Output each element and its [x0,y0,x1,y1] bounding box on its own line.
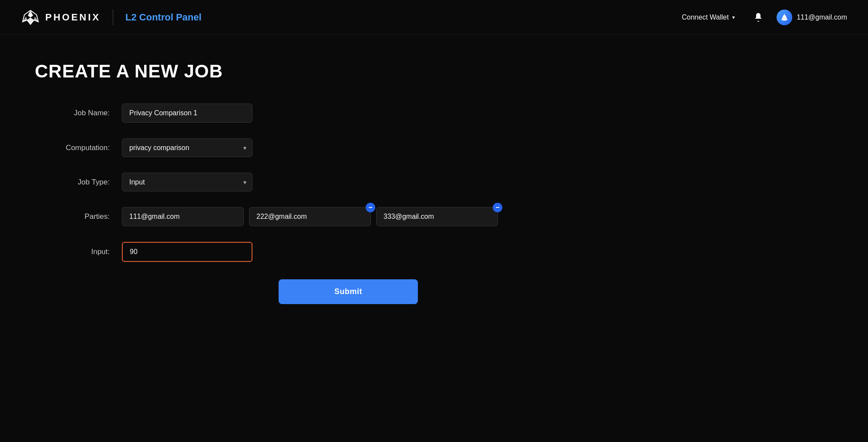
party3-input[interactable] [376,207,498,226]
logo-text: PHOENIX [45,12,101,23]
job-name-label: Job Name: [35,109,122,117]
party3-wrapper: − [376,207,498,226]
job-type-row: Job Type: Input ▾ [35,173,575,191]
connect-wallet-chevron-icon: ▾ [732,14,735,20]
avatar [777,10,792,25]
job-type-label: Job Type: [35,178,122,187]
main-content: CREATE A NEW JOB Job Name: Computation: … [0,35,609,330]
minus-icon: − [368,204,372,211]
job-name-input[interactable] [122,104,252,123]
computation-label: Computation: [35,144,122,152]
job-name-row: Job Name: [35,104,575,123]
parties-label: Parties: [35,212,122,221]
new-job-form: Job Name: Computation: privacy compariso… [35,104,575,262]
user-email: 111@gmail.com [797,13,847,21]
parties-inputs: − − [122,207,498,226]
party1-input[interactable] [122,207,244,226]
header: PHOENIX L2 Control Panel Connect Wallet … [0,0,868,35]
header-right: Connect Wallet ▾ 111@gmail.com [676,10,847,25]
connect-wallet-label: Connect Wallet [682,13,729,21]
user-info: 111@gmail.com [777,10,847,25]
page-heading: CREATE A NEW JOB [35,61,575,82]
remove-party2-button[interactable]: − [366,203,375,212]
input-label: Input: [35,248,122,256]
computation-select-wrapper: privacy comparison ▾ [122,138,252,157]
connect-wallet-button[interactable]: Connect Wallet ▾ [676,10,740,25]
minus-icon-2: − [495,204,499,211]
party2-wrapper: − [249,207,371,226]
computation-select[interactable]: privacy comparison [122,138,252,157]
submit-row: Submit [35,279,575,304]
notification-bell-icon[interactable] [750,10,766,25]
party2-input[interactable] [249,207,371,226]
input-field[interactable] [122,242,252,262]
computation-row: Computation: privacy comparison ▾ [35,138,575,157]
phoenix-logo-icon [21,10,40,25]
job-type-select-wrapper: Input ▾ [122,173,252,191]
header-divider [113,10,113,25]
party1-wrapper [122,207,244,226]
panel-title: L2 Control Panel [125,12,202,23]
header-left: PHOENIX L2 Control Panel [21,10,202,25]
submit-button[interactable]: Submit [279,279,418,304]
job-type-select[interactable]: Input [122,173,252,191]
remove-party3-button[interactable]: − [493,203,502,212]
input-row: Input: [35,242,575,262]
logo-area: PHOENIX [21,10,101,25]
parties-row: Parties: − − [35,207,575,226]
